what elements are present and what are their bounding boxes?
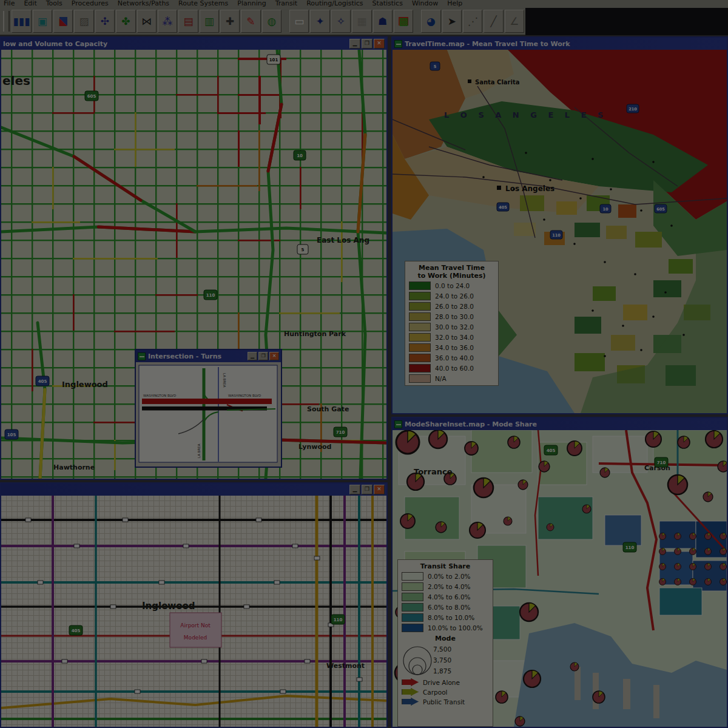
legend-row: 36.0 to 40.0 [409,354,494,362]
mode-legend-title: Mode [402,635,489,642]
toolbar-button-chart-line[interactable]: ⋰ [463,10,482,33]
diagonal-line-icon: ╱ [490,15,496,27]
toolbar-button-world[interactable]: ◕ [421,10,440,33]
transit-restore-button[interactable]: ❐ [362,485,372,494]
svg-text:Huntington Park: Huntington Park [284,330,346,338]
menu-transit[interactable]: Transit [275,0,297,8]
toolbar-button-connector[interactable]: ∠ [505,10,524,33]
traffic-title-bar[interactable]: low and Volume to Capacity ▁ ❐ ✕ [1,38,386,50]
mode-share-title-bar[interactable]: ModeShareInset.map - Mode Share [393,418,727,430]
transit-map-canvas[interactable]: Airport Not Modeled Inglewood Westmont 4… [1,496,386,727]
menu-routing-logistics[interactable]: Routing/Logistics [306,0,363,8]
window-mode-share: ModeShareInset.map - Mode Share [391,417,728,728]
svg-text:Torrance: Torrance [414,467,453,476]
theme-table-icon: ▥ [204,15,214,27]
toolbar-button-star-outline[interactable]: ✧ [331,10,351,33]
svg-text:Inglewood: Inglewood [62,380,108,389]
menu-procedures[interactable]: Procedures [72,0,109,8]
toolbar-button-theme-table[interactable]: ▥ [200,10,219,33]
travel-time-legend: Mean Travel Time to Work (Minutes) 0.0 t… [405,261,499,386]
toolbar-button-star[interactable]: ✦ [310,10,329,33]
toolbar-button-map-wizard[interactable]: ◣ [53,10,73,33]
menu-route-systems[interactable]: Route Systems [178,0,228,8]
traffic-minimize-button[interactable]: ▁ [349,39,360,49]
intersection-diagram: WASHINGTON BLVD WASHINGTON BLVD LA BREA … [136,362,281,467]
menu-networks-paths[interactable]: Networks/Paths [118,0,169,8]
size-value: 3,750 [433,655,451,666]
toolbar-button-matrix[interactable]: ▤ [178,10,198,33]
menu-window[interactable]: Window [412,0,438,8]
intersection-title-bar[interactable]: Intersection - Turns ▁ ❐ ✕ [136,350,281,362]
svg-text:710: 710 [657,460,666,465]
intersection-restore-button[interactable]: ❐ [258,352,268,360]
eastbound-flow-band [142,399,272,404]
transit-title-bar[interactable]: ▁ ❐ ✕ [1,484,386,496]
toolbar-button-map-layers[interactable]: ▣ [33,10,52,33]
menu-edit[interactable]: Edit [24,0,36,8]
svg-text:405: 405 [72,629,81,633]
svg-text:101: 101 [269,58,278,62]
intersection-diagram-canvas[interactable]: WASHINGTON BLVD WASHINGTON BLVD LA BREA … [136,362,281,467]
freehand-icon: ✎ [246,15,255,27]
dataview-icon: ▮▮▮ [13,15,30,27]
menu-statistics[interactable]: Statistics [372,0,403,8]
intersection-minimize-button[interactable]: ▁ [248,352,257,360]
mode-share-map-canvas[interactable]: Torrance Carson 405 710 110 Transit Shar… [393,430,727,727]
map-document-icon [394,420,402,428]
svg-text:WASHINGTON BLVD: WASHINGTON BLVD [228,394,261,397]
network-icon: ✣ [101,15,109,27]
star-icon: ✦ [315,15,324,27]
legend-row: 2.0% to 4.0% [402,582,489,591]
travel-time-title-bar[interactable]: TravelTime.map - Mean Travel Time to Wor… [393,38,727,50]
toolbar-button-grid[interactable]: ▦ [352,10,371,33]
svg-text:Westmont: Westmont [326,662,365,670]
menu-planning[interactable]: Planning [237,0,266,8]
svg-text:Lynwood: Lynwood [298,443,331,451]
toolbar-button-district[interactable]: ☗ [373,10,393,33]
svg-text:10: 10 [602,207,608,212]
svg-text:Los Angeles: Los Angeles [505,184,554,193]
toolbar-button-node-scatter[interactable]: ⁂ [158,10,177,33]
transit-map: Airport Not Modeled Inglewood Westmont 4… [1,496,386,727]
toolbar-button-freehand[interactable]: ✎ [241,10,260,33]
svg-text:Modeled: Modeled [184,635,207,641]
size-value: 1,875 [433,666,451,676]
legend-row: 26.0 to 28.0 [409,302,494,311]
toolbar-button-network-settings[interactable]: ✤ [116,10,135,33]
legend-row: 4.0% to 6.0% [402,593,489,601]
menu-bar: File Edit Tools Procedures Networks/Path… [0,0,728,8]
size-value: 7,500 [433,644,451,655]
svg-text:East Los Ang: East Los Ang [317,236,369,244]
menu-file[interactable]: File [4,0,15,8]
legend-row: 0.0 to 24.0 [409,281,494,290]
toolbar-button-crosshair[interactable]: ✚ [220,10,240,33]
toolbar-button-textbox[interactable]: ▭ [289,10,309,33]
toolbar-grip[interactable] [3,11,10,32]
toolbar-button-diagonal-line[interactable]: ╱ [484,10,503,33]
intersection-close-button[interactable]: ✕ [269,352,279,360]
district-icon: ☗ [378,15,387,27]
svg-text:605: 605 [656,207,665,212]
legend-row: Carpool [402,688,489,696]
transit-close-button[interactable]: ✕ [374,485,385,494]
selection-icon: ▨ [79,15,89,27]
transit-minimize-button[interactable]: ▁ [349,485,360,494]
toolbar-button-merge[interactable]: ⋈ [137,10,157,33]
mode-share-window-title: ModeShareInset.map - Mode Share [405,420,725,428]
intersection-document-icon [138,352,146,360]
toolbar-button-globe[interactable]: ◍ [262,10,281,33]
svg-text:L O S A N G E L E S: L O S A N G E L E S [444,110,607,120]
toolbar-button-image-map[interactable]: ▩ [394,10,413,33]
travel-time-map-canvas[interactable]: Santa Clarita L O S A N G E L E S Los An… [393,50,727,413]
world-icon: ◕ [426,15,436,27]
traffic-close-button[interactable]: ✕ [374,39,385,49]
traffic-restore-button[interactable]: ❐ [362,39,372,49]
nested-circles-icon [402,644,433,676]
menu-tools[interactable]: Tools [46,0,62,8]
toolbar-button-network[interactable]: ✣ [95,10,115,33]
toolbar-button-selection[interactable]: ▨ [74,10,93,33]
toolbar-button-pointer[interactable]: ➤ [442,10,462,33]
toolbar-button-dataview[interactable]: ▮▮▮ [12,10,31,33]
menu-help[interactable]: Help [447,0,462,8]
svg-text:210: 210 [629,107,637,112]
